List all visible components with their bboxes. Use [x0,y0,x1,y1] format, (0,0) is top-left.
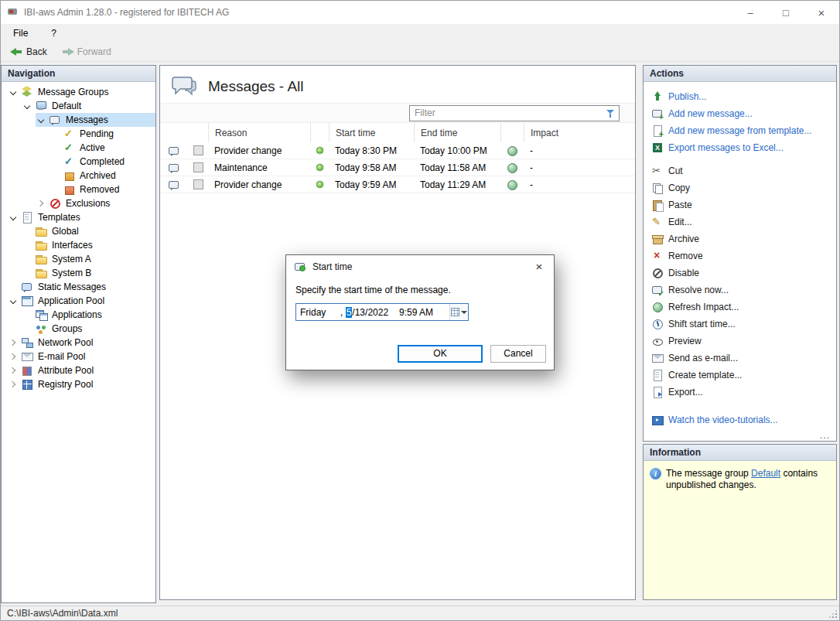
action-link[interactable]: Watch the video-tutorials... [651,411,836,428]
maximize-button[interactable]: □ [768,1,804,24]
information-header: Information [644,445,836,461]
action-command[interactable]: Copy [651,179,836,196]
tree-item[interactable]: Interfaces [2,238,155,252]
default-group-link[interactable]: Default [751,468,780,479]
tree-item[interactable]: Registry Pool [2,377,155,391]
tree-item[interactable]: Message Groups [2,85,155,99]
table-row[interactable]: Maintenance Today 9:58 AM Today 11:58 AM… [160,159,635,176]
tree-item[interactable]: Messages [2,113,155,127]
tree-item[interactable]: System B [2,266,155,280]
tree-item[interactable]: Completed [2,155,155,169]
column-end-time[interactable]: End time [414,123,500,142]
tree-chevron-icon[interactable] [8,350,19,363]
tree-item[interactable]: Removed [2,183,155,196]
tree-chevron-icon[interactable] [22,267,32,279]
month-segment-selected[interactable]: 5 [346,307,353,318]
column-impact[interactable]: Impact [524,123,635,142]
tree-item[interactable]: Groups [2,322,155,336]
action-command[interactable]: Refresh Impact... [651,299,836,316]
back-button[interactable]: Back [5,45,52,59]
action-link[interactable]: Add new message... [651,105,836,122]
tree-item[interactable]: Exclusions [2,196,155,210]
tree-chevron-icon[interactable] [8,364,19,377]
cancel-button[interactable]: Cancel [490,345,546,363]
filter-funnel-icon[interactable] [606,109,616,118]
tree-chevron-icon[interactable] [22,322,32,335]
forward-button[interactable]: Forward [56,45,116,59]
tree-item[interactable]: Templates [2,210,155,224]
start-time-dialog: Start time × Specify the start time of t… [285,254,555,370]
action-command[interactable]: Edit... [651,213,836,230]
column-start-time[interactable]: Start time [329,123,414,142]
tree-chevron-icon[interactable] [8,378,19,391]
tree-chevron-icon[interactable] [8,211,19,223]
action-command[interactable]: Cut [651,162,836,179]
tree-item[interactable]: Global [2,224,155,238]
tree-chevron-icon[interactable] [22,309,32,321]
tree-chevron-icon[interactable] [22,225,32,237]
tree-item[interactable]: Default [2,99,155,113]
minimize-button[interactable]: – [732,1,768,24]
action-command[interactable]: Export... [651,384,836,401]
calendar-dropdown-button[interactable] [449,304,468,320]
close-button[interactable]: × [804,1,839,24]
action-command[interactable]: Send as e-mail... [651,350,836,367]
tree-chevron-icon[interactable] [36,197,46,210]
tree-chevron-icon[interactable] [50,155,60,168]
filter-input[interactable] [409,105,620,121]
action-command[interactable]: Archive [651,230,836,247]
menu-file[interactable]: File [9,26,32,40]
action-command[interactable]: Create template... [651,367,836,384]
active-status-icon [316,181,323,188]
time-segment[interactable]: 9:59 AM [399,307,433,318]
date-rest-segment[interactable]: /13/2022 [352,307,388,318]
action-link[interactable]: Add new message from template... [651,122,836,139]
datetime-picker[interactable]: Friday , 5 /13/2022 9:59 AM [295,303,469,321]
row-checkbox[interactable] [193,162,203,172]
action-command[interactable]: Disable [651,264,836,281]
dialog-titlebar[interactable]: Start time × [286,255,554,278]
tree-item[interactable]: Pending [2,127,155,141]
tree-chevron-icon[interactable] [22,239,32,251]
action-link[interactable]: Export messages to Excel... [651,139,836,156]
tree-item[interactable]: System A [2,252,155,266]
action-link[interactable]: Publish... [651,88,836,105]
information-panel: Information The message group Default co… [643,444,837,600]
tree-chevron-icon[interactable] [22,253,32,265]
actions-header: Actions [644,66,836,82]
tree-chevron-icon[interactable] [8,86,19,98]
tree-item[interactable]: Application Pool [2,294,155,308]
dialog-close-icon[interactable]: × [531,260,548,273]
tree-chevron-icon[interactable] [8,281,19,293]
tree-item[interactable]: Attribute Pool [2,363,155,377]
action-command[interactable]: Resolve now... [651,281,836,299]
actions-overflow[interactable]: ... [820,430,830,441]
tree-chevron-icon[interactable] [50,183,60,196]
resize-grip-icon[interactable] [828,609,838,619]
action-command[interactable]: Remove [651,247,836,264]
tree-chevron-icon[interactable] [8,295,19,307]
tree-item[interactable]: Applications [2,308,155,322]
table-row[interactable]: Provider change Today 9:59 AM Today 11:2… [160,176,635,193]
action-command[interactable]: Paste [651,196,836,213]
tree-chevron-icon[interactable] [50,169,60,182]
column-reason[interactable]: Reason [208,123,310,142]
tree-item[interactable]: E-mail Pool [2,350,155,363]
day-segment[interactable]: Friday [300,307,340,318]
row-checkbox[interactable] [193,145,203,155]
tree-chevron-icon[interactable] [50,128,60,140]
tree-item[interactable]: Active [2,141,155,155]
tree-item[interactable]: Archived [2,169,155,183]
tree-chevron-icon[interactable] [36,114,46,126]
menu-help[interactable]: ? [46,26,61,40]
row-checkbox[interactable] [193,179,203,189]
tree-chevron-icon[interactable] [50,142,60,154]
action-command[interactable]: Shift start time... [651,316,836,333]
tree-chevron-icon[interactable] [22,100,32,112]
ok-button[interactable]: OK [398,345,483,363]
tree-chevron-icon[interactable] [8,336,19,349]
tree-item[interactable]: Static Messages [2,280,155,294]
table-row[interactable]: Provider change Today 8:30 PM Today 10:0… [160,142,635,159]
tree-item[interactable]: Network Pool [2,336,155,350]
action-command[interactable]: Preview [651,333,836,350]
